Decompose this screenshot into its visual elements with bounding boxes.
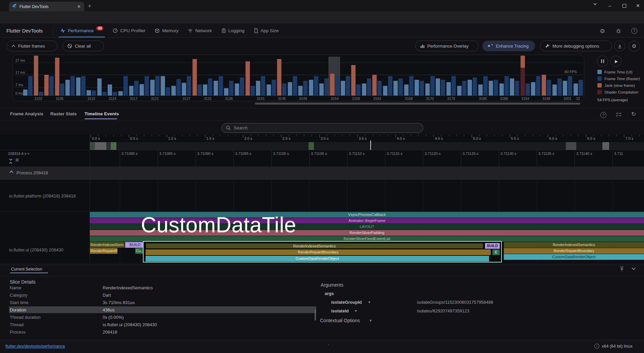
tab-memory[interactable]: Memory xyxy=(150,23,183,38)
process-group-header[interactable] xyxy=(0,167,644,180)
frame-bar-ui[interactable] xyxy=(510,78,514,96)
frame-bar-raster[interactable] xyxy=(367,78,371,96)
frames-plot[interactable]: 0 ms7 ms17 ms27 ms60 FPS3102310531103114… xyxy=(13,55,584,101)
frame-bar-raster[interactable] xyxy=(314,76,318,96)
frame-bar-ui[interactable] xyxy=(574,83,578,96)
frame-bar-ui[interactable] xyxy=(415,80,419,96)
frame-bar-raster[interactable] xyxy=(282,83,286,96)
pause-button[interactable] xyxy=(597,56,608,67)
resume-button[interactable]: ▶ xyxy=(610,56,622,67)
frame-bar-ui[interactable] xyxy=(319,83,324,96)
window-minimize-button[interactable]: – xyxy=(608,3,611,8)
frame-bar-raster[interactable] xyxy=(155,76,160,96)
frame-bar-raster[interactable] xyxy=(134,81,139,96)
frame-bar-ui[interactable] xyxy=(140,84,144,96)
frame-bar-ui[interactable] xyxy=(203,84,207,96)
chevron-down-icon[interactable]: ▼ xyxy=(354,309,358,313)
frame-bar-ui[interactable] xyxy=(44,75,49,96)
details-scrollbar[interactable] xyxy=(315,309,316,320)
chevron-down-icon[interactable]: ▼ xyxy=(368,300,371,304)
frame-bar-ui[interactable] xyxy=(182,83,186,96)
frame-bar-ui[interactable] xyxy=(489,81,493,96)
frame-bar-ui[interactable] xyxy=(446,82,451,96)
frame-bar-ui[interactable] xyxy=(246,61,250,96)
flame-event[interactable]: CustomDataRenderObject xyxy=(504,254,644,260)
frame-bar-raster[interactable] xyxy=(420,81,424,96)
frame-bar-raster[interactable] xyxy=(240,77,244,96)
frame-bar-ui[interactable] xyxy=(436,78,440,96)
more-debugging-options-button[interactable]: More debugging options xyxy=(540,41,612,51)
frame-bar-ui[interactable] xyxy=(224,88,228,96)
frame-bar-ui[interactable] xyxy=(55,58,59,96)
frame-bar-raster[interactable] xyxy=(398,78,403,96)
frame-bar-ui[interactable] xyxy=(372,75,377,96)
frame-bar-ui[interactable] xyxy=(383,86,387,96)
frame-bar-ui[interactable] xyxy=(404,84,409,96)
frame-bar-raster[interactable] xyxy=(251,86,255,96)
frame-bar-raster[interactable] xyxy=(483,76,488,96)
frame-bar-ui[interactable] xyxy=(457,86,462,96)
frame-bar-raster[interactable] xyxy=(187,76,191,96)
tab-frame-analysis[interactable]: Frame Analysis xyxy=(10,111,43,116)
frame-bar-raster[interactable] xyxy=(335,76,339,96)
tab-timeline-events[interactable]: Timeline Events xyxy=(85,111,119,116)
tab-search-chevron-icon[interactable] xyxy=(593,2,597,6)
frame-bar-raster[interactable] xyxy=(272,80,276,96)
collapse-chevron-icon[interactable] xyxy=(9,170,14,173)
enhance-tracing-button[interactable]: ✦✦ Enhance Tracing xyxy=(482,41,535,51)
frame-bar-ui[interactable] xyxy=(76,77,80,96)
frame-bar-raster[interactable] xyxy=(229,81,233,96)
clear-all-button[interactable]: Clear all xyxy=(62,41,104,51)
frame-bar-ui[interactable] xyxy=(531,82,535,96)
frame-bar-raster[interactable] xyxy=(123,76,128,96)
frame-bar-ui[interactable] xyxy=(309,80,313,96)
browser-tab[interactable]: Flutter DevTools ✕ xyxy=(9,2,84,11)
frame-bar-ui[interactable] xyxy=(478,84,483,96)
tab-app-size[interactable]: App Size xyxy=(249,23,283,38)
frame-bar-raster[interactable] xyxy=(557,78,562,96)
arg-key-isolateid[interactable]: isolateId xyxy=(331,308,349,313)
search-input[interactable]: Search xyxy=(221,123,423,133)
frame-bar-raster[interactable] xyxy=(293,76,297,96)
frame-bar-ui[interactable] xyxy=(552,84,557,96)
frame-bar-raster[interactable] xyxy=(208,78,212,96)
frame-bar-ui[interactable] xyxy=(330,74,334,96)
frame-bar-raster[interactable] xyxy=(451,76,456,96)
frame-bar-ui[interactable] xyxy=(298,86,303,96)
frame-bar-raster[interactable] xyxy=(145,76,149,96)
window-restore-button[interactable] xyxy=(623,4,626,8)
frame-bar-raster[interactable] xyxy=(176,79,181,96)
frame-bar-raster[interactable] xyxy=(430,76,435,96)
refresh-icon[interactable]: ↻ xyxy=(631,111,636,118)
bug-report-icon[interactable] xyxy=(616,28,621,34)
frame-bar-ui[interactable] xyxy=(23,90,28,96)
window-close-button[interactable]: ✕ xyxy=(636,3,640,8)
frame-bar-raster[interactable] xyxy=(441,80,445,96)
frame-bar-raster[interactable] xyxy=(28,76,33,96)
frame-bar-raster[interactable] xyxy=(198,84,202,96)
frame-bar-raster[interactable] xyxy=(579,80,583,96)
frame-bar-ui[interactable] xyxy=(34,56,38,96)
frame-bar-ui[interactable] xyxy=(351,65,356,96)
frame-bar-raster[interactable] xyxy=(166,87,170,96)
frame-bar-raster[interactable] xyxy=(494,80,498,96)
tab-logging[interactable]: Logging xyxy=(217,23,249,38)
flutter-frames-toggle[interactable]: Flutter frames xyxy=(6,41,57,51)
frame-bar-ui[interactable] xyxy=(277,59,281,96)
frame-bar-raster[interactable] xyxy=(303,81,308,96)
scroll-to-top-icon[interactable] xyxy=(619,266,625,272)
frame-bar-raster[interactable] xyxy=(92,91,96,96)
frame-bar-raster[interactable] xyxy=(60,83,64,96)
frame-bar-ui[interactable] xyxy=(563,81,567,96)
chart-scrollbar[interactable] xyxy=(255,103,580,105)
new-tab-button[interactable]: + xyxy=(88,3,91,9)
frame-bar-ui[interactable] xyxy=(161,76,165,96)
tab-raster-stats[interactable]: Raster Stats xyxy=(50,111,77,116)
tab-cpu-profiler[interactable]: CPU Profiler xyxy=(108,23,150,38)
frame-bar-raster[interactable] xyxy=(102,92,107,96)
frame-bar-ui[interactable] xyxy=(193,59,197,96)
frame-bar-raster[interactable] xyxy=(377,81,382,96)
frame-bar-ui[interactable] xyxy=(362,83,366,96)
frame-bar-raster[interactable] xyxy=(409,76,414,96)
timeline-help-icon[interactable]: ? xyxy=(600,112,606,118)
